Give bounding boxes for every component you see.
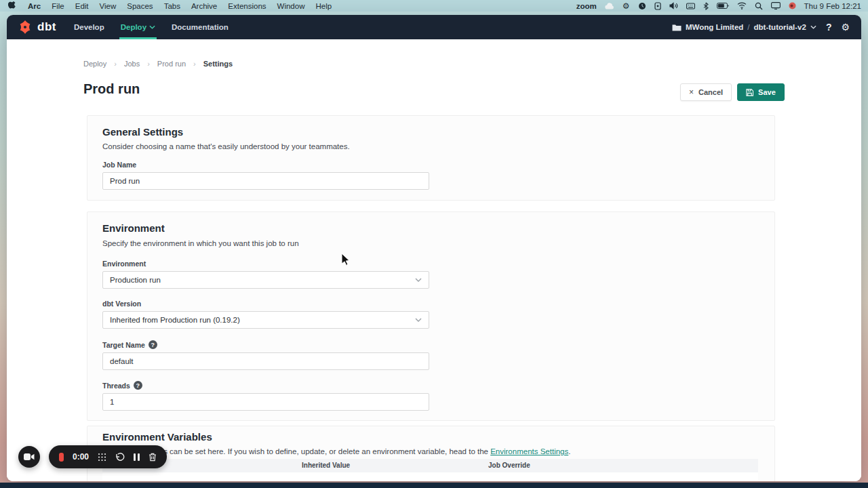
- breadcrumb-prod-run[interactable]: Prod run: [157, 60, 186, 68]
- environment-variables-description: Job level overrides can be set here. If …: [102, 447, 760, 455]
- dbt-logo-text: dbt: [37, 20, 56, 34]
- nav-tab-deploy[interactable]: Deploy: [119, 15, 157, 39]
- environment-variables-card: Environment Variables Job level override…: [87, 426, 775, 481]
- chevron-down-icon: [149, 25, 155, 29]
- delete-recording-icon[interactable]: [149, 453, 157, 462]
- menubar-item-edit[interactable]: Edit: [70, 2, 94, 10]
- help-icon[interactable]: ?: [826, 22, 832, 33]
- breadcrumb-jobs[interactable]: Jobs: [124, 60, 140, 68]
- threads-input[interactable]: [102, 393, 429, 411]
- restart-recording-icon[interactable]: [115, 453, 125, 461]
- apple-menu-icon[interactable]: [0, 1, 22, 10]
- nav-tab-develop[interactable]: Develop: [73, 15, 106, 39]
- chevron-down-icon: [415, 278, 422, 282]
- job-name-input[interactable]: [102, 172, 429, 190]
- record-indicator-icon[interactable]: [789, 2, 796, 9]
- menubar-item-tabs[interactable]: Tabs: [159, 2, 186, 10]
- recorder-toolbar: 0:00: [49, 445, 167, 468]
- browser-window: dbt Develop Deploy Documentation MWong L…: [7, 15, 861, 481]
- help-tooltip-icon[interactable]: ?: [149, 340, 157, 349]
- environment-description: Specify the environment in which you wan…: [102, 239, 299, 247]
- environments-settings-link[interactable]: Environments Settings: [490, 447, 568, 455]
- search-icon[interactable]: [755, 2, 763, 10]
- dbt-logo[interactable]: dbt: [7, 15, 56, 39]
- menubar-clock[interactable]: Thu 9 Feb 12:21: [804, 2, 861, 10]
- nav-tab-documentation[interactable]: Documentation: [170, 15, 230, 39]
- cloud-icon[interactable]: [605, 3, 614, 9]
- dbt-top-nav: dbt Develop Deploy Documentation MWong L…: [7, 15, 861, 39]
- general-settings-title: General Settings: [102, 126, 183, 138]
- dbt-version-select[interactable]: Inherited from Production run (0.19.2): [102, 311, 429, 329]
- account-org-name: MWong Limited: [686, 23, 743, 31]
- chevron-down-icon: [810, 25, 816, 29]
- volume-icon[interactable]: [669, 2, 678, 9]
- bluetooth-icon[interactable]: [703, 2, 709, 10]
- gear-status-icon[interactable]: ⚙: [623, 1, 630, 11]
- menubar-item-view[interactable]: View: [94, 2, 122, 10]
- breadcrumb-settings: Settings: [203, 60, 233, 68]
- save-button[interactable]: Save: [737, 83, 785, 101]
- wifi-icon[interactable]: [737, 2, 747, 9]
- stop-recording-button[interactable]: [59, 453, 64, 462]
- environment-field-label: Environment: [102, 260, 429, 268]
- account-project-switcher[interactable]: MWong Limited / dbt-tutorial-v2: [672, 23, 816, 31]
- job-name-label: Job Name: [102, 161, 429, 169]
- env-vars-table-header: Inherited Value Job Override: [102, 459, 758, 472]
- keyboard-icon[interactable]: [686, 3, 695, 9]
- folder-icon: [672, 24, 682, 31]
- environment-title: Environment: [102, 222, 165, 234]
- dbt-logo-icon: [17, 19, 33, 35]
- target-name-input[interactable]: [102, 352, 429, 370]
- page-content: Deploy Jobs Prod run Settings Prod run ×…: [7, 39, 861, 481]
- help-tooltip-icon[interactable]: ?: [134, 381, 142, 390]
- column-header-job-override: Job Override: [488, 462, 530, 469]
- menubar-app-name[interactable]: Arc: [22, 2, 46, 10]
- zoom-menu-label[interactable]: zoom: [576, 2, 597, 10]
- menubar-item-archive[interactable]: Archive: [186, 2, 222, 10]
- account-project-name: dbt-tutorial-v2: [754, 23, 806, 31]
- clock-status-icon[interactable]: [638, 2, 646, 10]
- menubar-item-help[interactable]: Help: [310, 2, 337, 10]
- recording-timer: 0:00: [73, 452, 89, 462]
- save-icon: [746, 89, 753, 96]
- general-settings-description: Consider choosing a name that's easily u…: [102, 142, 350, 150]
- macos-menubar: Arc File Edit View Spaces Tabs Archive E…: [0, 0, 868, 12]
- target-name-label: Target Name ?: [102, 340, 429, 349]
- desktop-bottom-edge: [0, 483, 868, 488]
- app-box-icon[interactable]: [654, 2, 661, 10]
- cancel-button[interactable]: × Cancel: [680, 83, 732, 101]
- menubar-item-file[interactable]: File: [46, 2, 70, 10]
- breadcrumb: Deploy Jobs Prod run Settings: [83, 60, 233, 68]
- breadcrumb-deploy[interactable]: Deploy: [83, 60, 106, 68]
- environment-variables-title: Environment Variables: [102, 431, 212, 443]
- camera-bubble-button[interactable]: [18, 446, 40, 468]
- column-header-inherited-value: Inherited Value: [302, 462, 350, 469]
- env-vars-table-row: [102, 472, 758, 481]
- menubar-item-window[interactable]: Window: [272, 2, 311, 10]
- breadcrumb-separator-icon: [147, 60, 150, 68]
- pause-recording-icon[interactable]: [134, 453, 140, 461]
- breadcrumb-separator-icon: [193, 60, 196, 68]
- dbt-version-label: dbt Version: [102, 300, 429, 308]
- account-separator: /: [747, 23, 749, 31]
- menubar-item-extensions[interactable]: Extensions: [222, 2, 271, 10]
- effects-grid-dots-icon[interactable]: [98, 453, 106, 462]
- battery-icon[interactable]: [717, 3, 729, 9]
- settings-gear-icon[interactable]: ⚙: [841, 22, 850, 33]
- menubar-item-spaces[interactable]: Spaces: [121, 2, 158, 10]
- page-title: Prod run: [83, 81, 140, 97]
- general-settings-card: General Settings Consider choosing a nam…: [87, 115, 775, 201]
- breadcrumb-separator-icon: [114, 60, 117, 68]
- chevron-down-icon: [415, 318, 422, 322]
- video-camera-icon: [24, 453, 35, 461]
- display-icon[interactable]: [771, 2, 781, 9]
- threads-label: Threads ?: [102, 381, 429, 390]
- environment-card: Environment Specify the environment in w…: [87, 211, 775, 421]
- environment-select[interactable]: Production run: [102, 271, 429, 289]
- close-icon: ×: [689, 87, 694, 97]
